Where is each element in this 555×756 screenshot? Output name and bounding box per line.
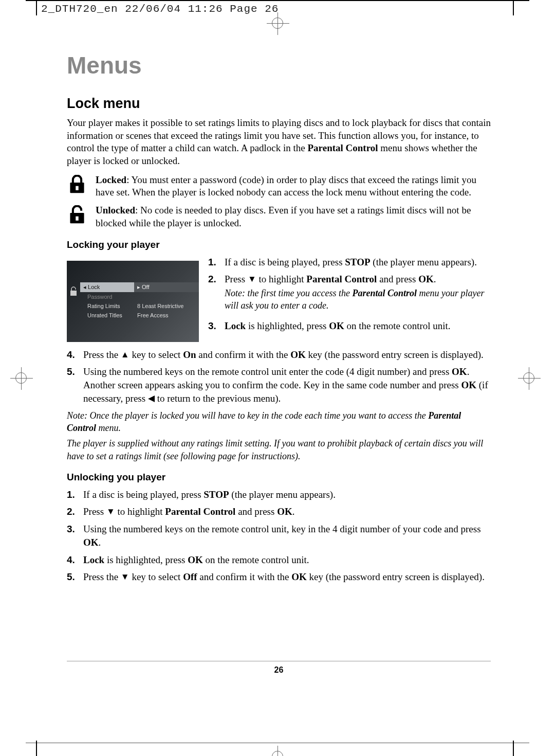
locked-row: Locked: You must enter a password (code)… — [67, 174, 491, 199]
step-number: 3. — [67, 523, 77, 549]
subsection-title: Locking your player — [67, 239, 491, 250]
list-item: 5.Press the ▼ key to select Off and conf… — [67, 570, 491, 584]
unlocked-row: Unlocked: No code is needed to play disc… — [67, 204, 491, 229]
ui-screenshot: ◂ Lock▸ Off Password Rating Limits8 Leas… — [67, 261, 199, 342]
step-number: 5. — [67, 365, 77, 405]
down-arrow-icon: ▼ — [106, 506, 115, 518]
list-item: 1.If a disc is being played, press STOP … — [67, 488, 491, 501]
step-number: 4. — [67, 553, 77, 567]
crop-line-bottom — [26, 743, 529, 743]
list-item: 2.Press ▼ to highlight Parental Control … — [208, 273, 491, 315]
ss-cell: Rating Limits — [87, 303, 120, 309]
down-arrow-icon: ▼ — [121, 571, 130, 583]
crop-line-top — [26, 0, 529, 1]
step-number: 3. — [208, 319, 218, 333]
subsection-title: Unlocking you player — [67, 472, 491, 483]
ss-cell: Unrated Titles — [87, 312, 122, 318]
registration-mark-icon — [272, 751, 283, 756]
crop-tick — [513, 741, 514, 756]
up-arrow-icon: ▲ — [121, 349, 130, 361]
down-arrow-icon: ▼ — [248, 274, 256, 285]
step-number: 1. — [67, 488, 77, 501]
ss-cell: Password — [87, 294, 112, 300]
step-number: 4. — [67, 348, 77, 362]
step-number: 1. — [208, 256, 218, 269]
intro-paragraph: Your player makes it possible to set rat… — [67, 117, 491, 168]
text-bold: Parental Control — [308, 142, 378, 153]
inset-block: ◂ Lock▸ Off Password Rating Limits8 Leas… — [67, 256, 491, 348]
ss-cell: Off — [142, 284, 149, 290]
locked-text: : You must enter a password (code) in or… — [96, 174, 476, 198]
ss-cell: Lock — [88, 284, 100, 290]
note-text: Note: Once the player is locked you will… — [67, 409, 491, 435]
step-number: 5. — [67, 570, 77, 584]
registration-mark-icon — [15, 372, 27, 384]
ss-cell: Free Access — [137, 312, 169, 318]
lock-sidebar-icon — [70, 285, 77, 327]
unlocked-label: Unlocked — [96, 205, 135, 215]
registration-mark-icon — [272, 17, 283, 29]
step-number: 2. — [208, 273, 218, 315]
locked-label: Locked — [96, 174, 126, 185]
page-content: Menus Lock menu Your player makes it pos… — [67, 51, 491, 675]
section-title: Lock menu — [67, 96, 491, 112]
unlocked-text: : No code is needed to play discs. Even … — [96, 205, 471, 228]
list-item: 2.Press ▼ to highlight Parental Control … — [67, 505, 491, 518]
note-text: The player is supplied without any ratin… — [67, 437, 491, 462]
step-number: 2. — [67, 505, 77, 518]
list-item: 3.Using the numbered keys on the remote … — [67, 523, 491, 549]
footer-rule — [67, 661, 491, 661]
crop-tick — [36, 741, 37, 756]
list-item: 5.Using the numbered keys on the remote … — [67, 365, 491, 405]
crop-tick — [513, 0, 514, 15]
registration-mark-icon — [523, 372, 534, 384]
list-item: 4.Lock is highlighted, press OK on the r… — [67, 553, 491, 567]
list-item: 4.Press the ▲ key to select On and confi… — [67, 348, 491, 362]
ss-cell: 8 Least Restrictive — [137, 303, 183, 309]
page-number: 26 — [67, 665, 491, 675]
crop-tick — [36, 0, 37, 15]
svg-rect-1 — [76, 186, 78, 190]
list-item: 1.If a disc is being played, press STOP … — [208, 256, 491, 269]
list-item: 3.Lock is highlighted, press OK on the r… — [208, 319, 491, 333]
note-text: Note: the first time you access the Pare… — [225, 287, 491, 312]
svg-rect-4 — [70, 291, 77, 296]
left-arrow-icon: ◀ — [148, 393, 155, 405]
file-metadata-header: 2_DTH720_en 22/06/04 11:26 Page 26 — [41, 3, 279, 15]
lock-closed-icon — [68, 175, 86, 194]
lock-open-icon — [68, 205, 86, 225]
chapter-title: Menus — [67, 51, 491, 79]
svg-rect-3 — [76, 217, 78, 221]
